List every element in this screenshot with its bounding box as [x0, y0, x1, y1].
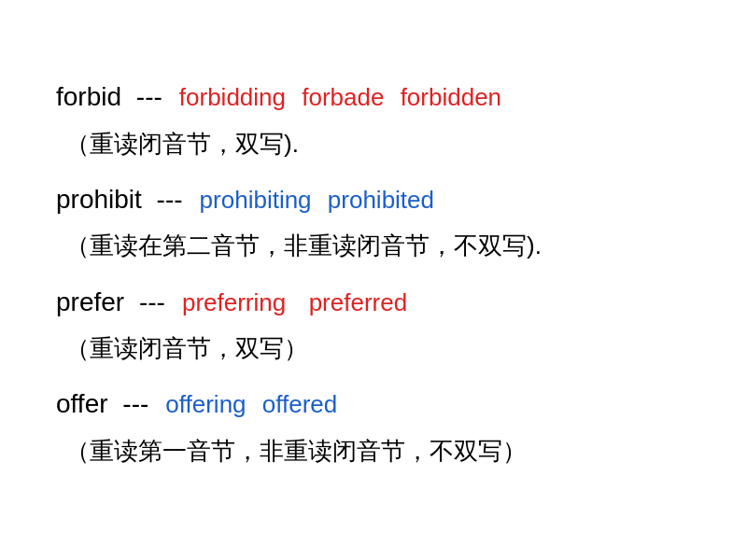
offer-note: （重读第一音节，非重读闭音节，不双写） [56, 430, 691, 471]
offer-row: offer --- offering offered [56, 382, 691, 427]
prohibit-form2: prohibited [321, 179, 434, 220]
prefer-word: prefer [56, 280, 124, 325]
prohibit-note-text: （重读在第二音节，非重读闭音节，不双写). [65, 231, 542, 259]
prohibit-form1: prohibiting [200, 179, 312, 220]
forbid-form2: forbade [295, 77, 384, 118]
forbid-row: forbid --- forbidding forbade forbidden [56, 75, 691, 119]
forbid-dashes: --- [129, 75, 162, 119]
prohibit-word: prohibit [56, 177, 142, 222]
offer-dashes: --- [116, 382, 149, 427]
prohibit-dashes: --- [149, 177, 183, 222]
main-content: forbid --- forbidding forbade forbidden … [0, 0, 747, 522]
forbid-note: （重读闭音节，双写). [56, 123, 691, 164]
prohibit-note: （重读在第二音节，非重读闭音节，不双写). [56, 225, 691, 266]
offer-form1: offering [165, 384, 246, 425]
forbid-form3: forbidden [393, 77, 501, 118]
forbid-word: forbid [56, 75, 121, 119]
offer-form2: offered [256, 384, 338, 425]
forbid-note-text: （重读闭音节，双写). [65, 123, 299, 164]
offer-word: offer [56, 382, 108, 427]
prefer-dashes: --- [132, 280, 165, 325]
offer-note-text: （重读第一音节，非重读闭音节，不双写） [65, 430, 527, 471]
prefer-form2: preferred [295, 282, 407, 323]
prefer-note: （重读闭音节，双写） [56, 328, 691, 369]
prefer-row: prefer --- preferring preferred [56, 280, 691, 325]
prefer-form1: preferring [182, 282, 286, 323]
forbid-form1: forbidding [179, 77, 286, 118]
prefer-note-text: （重读闭音节，双写） [65, 328, 308, 369]
prohibit-row: prohibit --- prohibiting prohibited [56, 177, 691, 222]
